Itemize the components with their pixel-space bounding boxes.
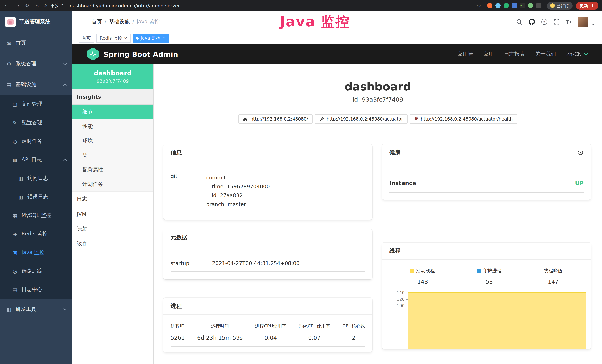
sba-nav-applications[interactable]: 应用 (483, 51, 494, 57)
instance-id: 93a3fc7f7409 (75, 78, 150, 84)
paused-badge[interactable]: 已暂停 (547, 2, 572, 10)
instance-header[interactable]: dashboard 93a3fc7f7409 (72, 64, 153, 89)
status-badge: UP (575, 180, 584, 187)
instance-nav-environment[interactable]: 环境 (72, 134, 153, 148)
extension-icon[interactable] (487, 3, 492, 8)
instance-nav-logs[interactable]: 日志 (72, 192, 153, 207)
mysql-icon: ▦ (12, 213, 18, 218)
sidebar-item-scheduled-jobs[interactable]: ◷ 定时任务 (0, 132, 72, 150)
sidebar-item-file-management[interactable]: ▢ 文件管理 (0, 95, 72, 114)
security-label: 不安全 (50, 2, 64, 9)
sba-nav-about[interactable]: 关于我们 (535, 51, 556, 57)
instance-nav-metrics[interactable]: 性能 (72, 119, 153, 134)
caret-down-icon[interactable] (592, 24, 595, 26)
reload-icon[interactable]: ↻ (24, 3, 30, 9)
extension-icon[interactable] (528, 3, 533, 8)
chevron-down-icon (63, 307, 67, 310)
process-col-value: 0.07 (308, 334, 321, 341)
tab-java-monitor[interactable]: Java 监控 × (133, 34, 169, 43)
chevron-up-icon (63, 159, 67, 162)
instance-nav-jvm[interactable]: JVM (72, 207, 153, 221)
redis-icon: ◈ (12, 231, 18, 237)
breadcrumb-separator: / (105, 19, 106, 25)
font-size-icon[interactable]: TT (566, 19, 572, 25)
sidebar-item-dev-tools[interactable]: ◧ 研发工具 (0, 299, 72, 320)
sidebar-item-tracing[interactable]: ◎ 链路追踪 (0, 262, 72, 280)
health-instance-label: Instance (389, 180, 416, 187)
sidebar-item-log-center[interactable]: ▤ 日志中心 (0, 280, 72, 299)
tab-label: Redis 监控 (100, 35, 122, 41)
search-icon[interactable] (516, 19, 522, 25)
sidebar-item-infrastructure[interactable]: ▤ 基础设施 (0, 74, 72, 95)
metadata-card: 元数据 startup 2021-04-27T00:44:31.254+08:0… (163, 229, 372, 279)
sidebar-item-system[interactable]: ⚙ 系统管理 (0, 54, 72, 74)
tab-home[interactable]: 首页 (79, 34, 94, 43)
legend-label: 线程峰值 (544, 268, 562, 274)
legend-label: 活动线程 (416, 268, 435, 274)
help-icon[interactable]: ? (541, 19, 547, 25)
back-icon[interactable]: ← (4, 3, 10, 9)
sba-nav-journal[interactable]: 日志报表 (504, 51, 525, 57)
git-commit-line: commit: (206, 173, 365, 182)
sba-nav-wallboard[interactable]: 应用墙 (457, 51, 473, 57)
sidebar-item-mysql-monitor[interactable]: ▦ MySQL 监控 (0, 206, 72, 225)
instance-nav-scheduled-tasks[interactable]: 计划任务 (72, 177, 153, 191)
tab-bar: 首页 Redis 监控 × Java 监控 × (72, 33, 602, 44)
access-log-icon: ▥ (18, 176, 24, 181)
tab-redis-monitor[interactable]: Redis 监控 × (97, 34, 131, 43)
service-url-button[interactable]: http://192.168.0.2:48080/ (238, 114, 312, 124)
breadcrumb-separator: / (132, 19, 134, 25)
sidebar-item-label: Redis 监控 (22, 231, 47, 237)
actuator-url-button[interactable]: http://192.168.0.2:48080/actuator (315, 114, 407, 124)
github-icon[interactable] (528, 19, 535, 25)
metadata-startup-row: startup 2021-04-27T00:44:31.254+08:00 (171, 255, 365, 272)
health-url-label: http://192.168.0.2:48080/actuator/health (421, 117, 513, 122)
sidebar-item-java-monitor[interactable]: ▣ Java 监控 (0, 243, 72, 262)
close-icon[interactable]: × (124, 36, 127, 40)
extension-icon[interactable] (495, 3, 500, 8)
sidebar-item-label: 配置管理 (22, 119, 42, 126)
kebab-menu-icon[interactable]: ⋮ (590, 3, 595, 8)
sidebar-item-config-management[interactable]: ✎ 配置管理 (0, 114, 72, 132)
extension-icon[interactable] (512, 3, 517, 8)
warning-icon[interactable]: ⚠ (44, 3, 48, 8)
forward-icon[interactable]: → (14, 3, 20, 9)
sidebar-item-error-logs[interactable]: ▥ 错误日志 (0, 188, 72, 206)
instance-nav-mappings[interactable]: 映射 (72, 221, 153, 236)
instance-nav-configprops[interactable]: 配置属性 (72, 162, 153, 177)
sidebar-item-label: 研发工具 (16, 306, 36, 313)
close-icon[interactable]: × (162, 36, 166, 40)
instance-nav-details[interactable]: 细节 (72, 105, 153, 119)
history-icon[interactable] (578, 150, 584, 156)
hamburger-icon[interactable] (79, 20, 86, 24)
annotation-text: Java 监控 (280, 13, 350, 31)
extension-icon[interactable] (536, 3, 541, 8)
sba-logo-icon[interactable] (87, 47, 99, 60)
bookmark-star-icon[interactable]: ☆ (475, 3, 482, 8)
error-log-icon: ▥ (18, 194, 24, 200)
instance-nav-classes[interactable]: 类 (72, 148, 153, 162)
instance-nav-caches[interactable]: 缓存 (72, 236, 153, 251)
address-bar[interactable]: ⚠ 不安全 dashboard.yudao.iocoder.cn/infra/a… (44, 2, 472, 9)
breadcrumb-home[interactable]: 首页 (92, 19, 102, 25)
sidebar-item-home[interactable]: ◉ 首页 (0, 33, 72, 54)
sidebar-item-api-logs[interactable]: ▨ API 日志 (0, 150, 72, 169)
browser-home-icon[interactable]: ⌂ (34, 3, 40, 9)
health-url-button[interactable]: ♥ http://192.168.0.2:48080/actuator/heal… (410, 114, 517, 124)
extension-icon[interactable] (503, 3, 509, 8)
avatar[interactable] (578, 17, 589, 27)
sidebar-item-access-logs[interactable]: ▥ 访问日志 (0, 169, 72, 188)
breadcrumb-section[interactable]: 基础设施 (109, 19, 129, 25)
chevron-up-icon (63, 84, 67, 87)
sidebar-item-redis-monitor[interactable]: ◈ Redis 监控 (0, 225, 72, 243)
fullscreen-icon[interactable] (553, 19, 559, 25)
language-selector[interactable]: zh-CN (566, 51, 587, 57)
update-button[interactable]: 更新 ⋮ (576, 2, 599, 10)
process-col-label: 运行时间 (211, 323, 229, 329)
extension-icon[interactable] (520, 3, 525, 8)
tab-label: Java 监控 (141, 35, 160, 41)
url-text[interactable]: dashboard.yudao.iocoder.cn/infra/admin-s… (70, 3, 180, 8)
api-log-icon: ▨ (12, 157, 18, 163)
extensions-area (487, 3, 541, 8)
paused-label: 已暂停 (556, 3, 569, 8)
